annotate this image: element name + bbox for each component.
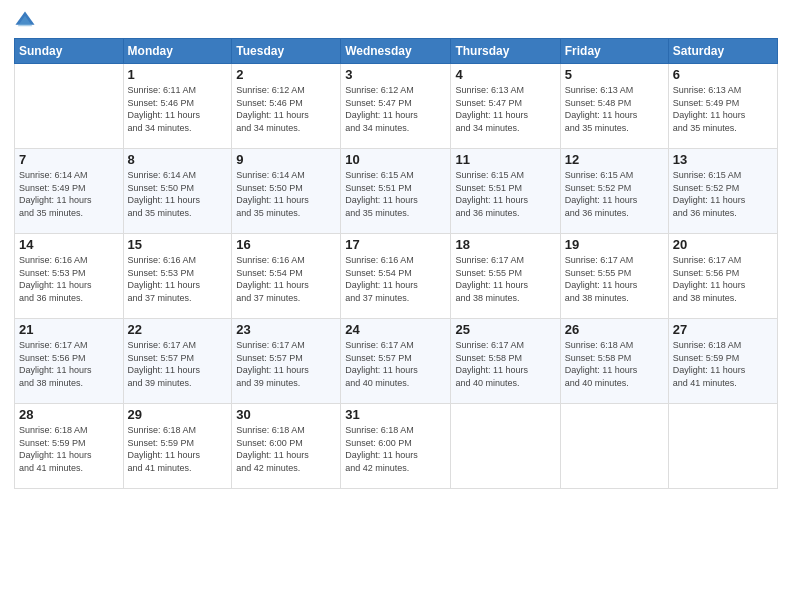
logo-icon — [14, 10, 36, 32]
calendar-cell: 3Sunrise: 6:12 AMSunset: 5:47 PMDaylight… — [341, 64, 451, 149]
day-number: 8 — [128, 152, 228, 167]
day-number: 5 — [565, 67, 664, 82]
day-number: 4 — [455, 67, 555, 82]
logo — [14, 10, 40, 32]
day-number: 12 — [565, 152, 664, 167]
day-number: 13 — [673, 152, 773, 167]
day-info: Sunrise: 6:18 AMSunset: 6:00 PMDaylight:… — [345, 424, 446, 474]
calendar-cell: 12Sunrise: 6:15 AMSunset: 5:52 PMDayligh… — [560, 149, 668, 234]
day-info: Sunrise: 6:18 AMSunset: 6:00 PMDaylight:… — [236, 424, 336, 474]
weekday-header-sunday: Sunday — [15, 39, 124, 64]
weekday-header-thursday: Thursday — [451, 39, 560, 64]
calendar-cell: 8Sunrise: 6:14 AMSunset: 5:50 PMDaylight… — [123, 149, 232, 234]
day-info: Sunrise: 6:12 AMSunset: 5:46 PMDaylight:… — [236, 84, 336, 134]
day-number: 9 — [236, 152, 336, 167]
calendar-cell: 7Sunrise: 6:14 AMSunset: 5:49 PMDaylight… — [15, 149, 124, 234]
day-number: 21 — [19, 322, 119, 337]
calendar-cell: 18Sunrise: 6:17 AMSunset: 5:55 PMDayligh… — [451, 234, 560, 319]
calendar-cell — [15, 64, 124, 149]
calendar-cell — [668, 404, 777, 489]
day-info: Sunrise: 6:12 AMSunset: 5:47 PMDaylight:… — [345, 84, 446, 134]
calendar-cell: 14Sunrise: 6:16 AMSunset: 5:53 PMDayligh… — [15, 234, 124, 319]
day-info: Sunrise: 6:17 AMSunset: 5:56 PMDaylight:… — [673, 254, 773, 304]
day-number: 28 — [19, 407, 119, 422]
day-number: 30 — [236, 407, 336, 422]
week-row-3: 14Sunrise: 6:16 AMSunset: 5:53 PMDayligh… — [15, 234, 778, 319]
weekday-header-monday: Monday — [123, 39, 232, 64]
calendar-cell: 27Sunrise: 6:18 AMSunset: 5:59 PMDayligh… — [668, 319, 777, 404]
week-row-4: 21Sunrise: 6:17 AMSunset: 5:56 PMDayligh… — [15, 319, 778, 404]
day-number: 11 — [455, 152, 555, 167]
calendar-cell: 28Sunrise: 6:18 AMSunset: 5:59 PMDayligh… — [15, 404, 124, 489]
day-info: Sunrise: 6:16 AMSunset: 5:53 PMDaylight:… — [19, 254, 119, 304]
day-number: 25 — [455, 322, 555, 337]
day-number: 19 — [565, 237, 664, 252]
day-info: Sunrise: 6:17 AMSunset: 5:58 PMDaylight:… — [455, 339, 555, 389]
day-number: 27 — [673, 322, 773, 337]
calendar-cell: 25Sunrise: 6:17 AMSunset: 5:58 PMDayligh… — [451, 319, 560, 404]
calendar-cell: 5Sunrise: 6:13 AMSunset: 5:48 PMDaylight… — [560, 64, 668, 149]
day-info: Sunrise: 6:15 AMSunset: 5:51 PMDaylight:… — [345, 169, 446, 219]
day-info: Sunrise: 6:14 AMSunset: 5:49 PMDaylight:… — [19, 169, 119, 219]
calendar-cell — [560, 404, 668, 489]
calendar-cell: 23Sunrise: 6:17 AMSunset: 5:57 PMDayligh… — [232, 319, 341, 404]
calendar-cell — [451, 404, 560, 489]
day-info: Sunrise: 6:18 AMSunset: 5:59 PMDaylight:… — [673, 339, 773, 389]
day-info: Sunrise: 6:14 AMSunset: 5:50 PMDaylight:… — [236, 169, 336, 219]
day-info: Sunrise: 6:11 AMSunset: 5:46 PMDaylight:… — [128, 84, 228, 134]
calendar-cell: 29Sunrise: 6:18 AMSunset: 5:59 PMDayligh… — [123, 404, 232, 489]
day-number: 14 — [19, 237, 119, 252]
calendar-cell: 21Sunrise: 6:17 AMSunset: 5:56 PMDayligh… — [15, 319, 124, 404]
day-number: 31 — [345, 407, 446, 422]
calendar-cell: 10Sunrise: 6:15 AMSunset: 5:51 PMDayligh… — [341, 149, 451, 234]
calendar-cell: 13Sunrise: 6:15 AMSunset: 5:52 PMDayligh… — [668, 149, 777, 234]
day-number: 23 — [236, 322, 336, 337]
day-info: Sunrise: 6:17 AMSunset: 5:56 PMDaylight:… — [19, 339, 119, 389]
weekday-header-row: SundayMondayTuesdayWednesdayThursdayFrid… — [15, 39, 778, 64]
calendar-cell: 20Sunrise: 6:17 AMSunset: 5:56 PMDayligh… — [668, 234, 777, 319]
day-info: Sunrise: 6:17 AMSunset: 5:57 PMDaylight:… — [345, 339, 446, 389]
weekday-header-wednesday: Wednesday — [341, 39, 451, 64]
weekday-header-friday: Friday — [560, 39, 668, 64]
calendar-cell: 16Sunrise: 6:16 AMSunset: 5:54 PMDayligh… — [232, 234, 341, 319]
day-number: 3 — [345, 67, 446, 82]
calendar-table: SundayMondayTuesdayWednesdayThursdayFrid… — [14, 38, 778, 489]
page: SundayMondayTuesdayWednesdayThursdayFrid… — [0, 0, 792, 612]
day-info: Sunrise: 6:13 AMSunset: 5:49 PMDaylight:… — [673, 84, 773, 134]
day-number: 1 — [128, 67, 228, 82]
day-number: 17 — [345, 237, 446, 252]
day-number: 2 — [236, 67, 336, 82]
calendar-cell: 31Sunrise: 6:18 AMSunset: 6:00 PMDayligh… — [341, 404, 451, 489]
weekday-header-tuesday: Tuesday — [232, 39, 341, 64]
day-number: 26 — [565, 322, 664, 337]
day-number: 6 — [673, 67, 773, 82]
calendar-cell: 22Sunrise: 6:17 AMSunset: 5:57 PMDayligh… — [123, 319, 232, 404]
day-info: Sunrise: 6:15 AMSunset: 5:52 PMDaylight:… — [565, 169, 664, 219]
day-info: Sunrise: 6:17 AMSunset: 5:55 PMDaylight:… — [565, 254, 664, 304]
day-info: Sunrise: 6:13 AMSunset: 5:47 PMDaylight:… — [455, 84, 555, 134]
week-row-1: 1Sunrise: 6:11 AMSunset: 5:46 PMDaylight… — [15, 64, 778, 149]
day-info: Sunrise: 6:16 AMSunset: 5:54 PMDaylight:… — [345, 254, 446, 304]
weekday-header-saturday: Saturday — [668, 39, 777, 64]
day-number: 20 — [673, 237, 773, 252]
calendar-cell: 19Sunrise: 6:17 AMSunset: 5:55 PMDayligh… — [560, 234, 668, 319]
day-number: 18 — [455, 237, 555, 252]
calendar-cell: 30Sunrise: 6:18 AMSunset: 6:00 PMDayligh… — [232, 404, 341, 489]
day-info: Sunrise: 6:17 AMSunset: 5:57 PMDaylight:… — [236, 339, 336, 389]
day-info: Sunrise: 6:15 AMSunset: 5:52 PMDaylight:… — [673, 169, 773, 219]
calendar-cell: 1Sunrise: 6:11 AMSunset: 5:46 PMDaylight… — [123, 64, 232, 149]
header — [14, 10, 778, 32]
calendar-cell: 24Sunrise: 6:17 AMSunset: 5:57 PMDayligh… — [341, 319, 451, 404]
calendar-cell: 15Sunrise: 6:16 AMSunset: 5:53 PMDayligh… — [123, 234, 232, 319]
day-number: 24 — [345, 322, 446, 337]
week-row-5: 28Sunrise: 6:18 AMSunset: 5:59 PMDayligh… — [15, 404, 778, 489]
day-info: Sunrise: 6:16 AMSunset: 5:53 PMDaylight:… — [128, 254, 228, 304]
day-info: Sunrise: 6:13 AMSunset: 5:48 PMDaylight:… — [565, 84, 664, 134]
calendar-cell: 26Sunrise: 6:18 AMSunset: 5:58 PMDayligh… — [560, 319, 668, 404]
day-info: Sunrise: 6:18 AMSunset: 5:59 PMDaylight:… — [128, 424, 228, 474]
calendar-cell: 11Sunrise: 6:15 AMSunset: 5:51 PMDayligh… — [451, 149, 560, 234]
calendar-cell: 4Sunrise: 6:13 AMSunset: 5:47 PMDaylight… — [451, 64, 560, 149]
calendar-cell: 6Sunrise: 6:13 AMSunset: 5:49 PMDaylight… — [668, 64, 777, 149]
day-number: 29 — [128, 407, 228, 422]
day-info: Sunrise: 6:17 AMSunset: 5:55 PMDaylight:… — [455, 254, 555, 304]
